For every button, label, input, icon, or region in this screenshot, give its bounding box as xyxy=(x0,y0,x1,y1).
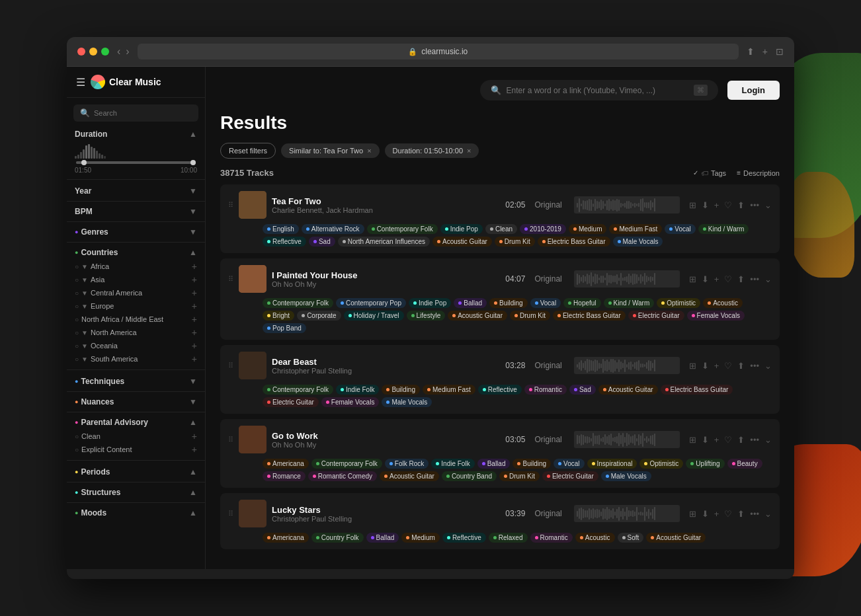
add-playlist-icon[interactable]: + xyxy=(714,435,719,445)
tag[interactable]: Folk Rock xyxy=(385,459,429,469)
main-search-input[interactable] xyxy=(507,86,688,95)
tag[interactable]: 2010-2019 xyxy=(520,224,566,234)
tag[interactable]: Bright xyxy=(263,311,294,321)
share-track-icon[interactable]: ⬆ xyxy=(737,435,745,445)
back-button[interactable]: ‹ xyxy=(117,46,120,58)
filter-chip-duration[interactable]: Duration: 01:50-10:00 × xyxy=(385,143,479,158)
expand-icon[interactable]: ⌄ xyxy=(764,509,772,519)
add-northamerica-btn[interactable]: + xyxy=(192,327,197,338)
download-icon[interactable]: ⬇ xyxy=(702,274,709,284)
drag-handle[interactable]: ⠿ xyxy=(228,436,233,444)
tag[interactable]: Ballad xyxy=(454,298,487,308)
tag[interactable]: Female Vocals xyxy=(321,397,380,407)
tag[interactable]: Electric Bass Guitar xyxy=(538,237,610,247)
forward-button[interactable]: › xyxy=(126,46,129,58)
more-options-icon[interactable]: ••• xyxy=(750,509,759,519)
filter-chip-similar[interactable]: Similar to: Tea For Two × xyxy=(281,143,380,158)
more-options-icon[interactable]: ••• xyxy=(750,274,759,284)
share-track-icon[interactable]: ⬆ xyxy=(737,509,745,519)
tag[interactable]: Female Vocals xyxy=(687,311,745,321)
waveform[interactable] xyxy=(574,431,680,448)
tag[interactable]: Medium Fast xyxy=(423,385,475,395)
tag[interactable]: Reflective xyxy=(263,237,306,247)
view-description-option[interactable]: ≡ Description xyxy=(737,169,780,177)
chip-close-duration[interactable]: × xyxy=(467,147,471,155)
tag[interactable]: Indie Folk xyxy=(336,385,379,395)
parental-explicit-label[interactable]: Explicit Content xyxy=(81,445,132,453)
tag[interactable]: Ballad xyxy=(366,533,399,543)
share-track-icon[interactable]: ⬆ xyxy=(737,274,745,284)
add-clean-btn[interactable]: + xyxy=(192,431,197,442)
traffic-light-yellow[interactable] xyxy=(89,48,97,56)
bpm-filter-header[interactable]: BPM ▼ xyxy=(75,207,197,216)
tag[interactable]: Male Vocals xyxy=(613,237,663,247)
tag[interactable]: Romantic xyxy=(530,533,573,543)
tag[interactable]: Beauty xyxy=(727,459,762,469)
tag[interactable]: Indie Pop xyxy=(409,298,451,308)
tag[interactable]: Contemporary Folk xyxy=(367,224,438,234)
add-playlist-icon[interactable]: + xyxy=(714,509,719,519)
share-icon[interactable]: ⬆ xyxy=(747,46,755,57)
tag[interactable]: Drum Kit xyxy=(495,237,535,247)
tag[interactable]: Inspirational xyxy=(587,459,637,469)
add-oceania-btn[interactable]: + xyxy=(192,340,197,351)
tag[interactable]: Sad xyxy=(309,237,335,247)
traffic-light-green[interactable] xyxy=(101,48,109,56)
tag[interactable]: Uplifting xyxy=(686,459,724,469)
nuances-filter-header[interactable]: ● Nuances ▼ xyxy=(75,397,197,406)
countries-filter-header[interactable]: ● Countries ▲ xyxy=(75,248,197,257)
download-icon[interactable]: ⬇ xyxy=(702,509,709,519)
tag[interactable]: Ballad xyxy=(477,459,511,469)
add-europe-btn[interactable]: + xyxy=(192,301,197,311)
tag[interactable]: Vocal xyxy=(530,298,561,308)
drag-handle[interactable]: ⠿ xyxy=(228,362,233,370)
tag[interactable]: Indie Pop xyxy=(440,224,483,234)
waveform[interactable] xyxy=(574,270,680,288)
expand-icon[interactable]: ⌄ xyxy=(764,361,772,371)
tag[interactable]: Country Band xyxy=(442,471,497,481)
url-bar[interactable]: clearmusic.io xyxy=(421,47,468,56)
like-icon[interactable]: ♡ xyxy=(724,509,732,519)
sidebar-toggle-icon[interactable]: ⊡ xyxy=(776,46,784,57)
tag[interactable]: Acoustic Guitar xyxy=(432,237,492,247)
moods-filter-header[interactable]: ● Moods ▲ xyxy=(75,508,197,518)
tag[interactable]: Romantic Comedy xyxy=(308,471,377,481)
tag[interactable]: Acoustic Guitar xyxy=(646,533,706,543)
share-track-icon[interactable]: ⬆ xyxy=(737,361,745,371)
tag[interactable]: Romance xyxy=(263,471,306,481)
duration-filter-header[interactable]: Duration ▲ xyxy=(75,130,197,139)
year-filter-header[interactable]: Year ▼ xyxy=(75,186,197,196)
tag[interactable]: Contemporary Folk xyxy=(263,385,333,395)
add-playlist-icon[interactable]: + xyxy=(714,361,719,371)
like-icon[interactable]: ♡ xyxy=(724,274,732,284)
drag-handle[interactable]: ⠿ xyxy=(228,275,233,284)
add-africa-btn[interactable]: + xyxy=(192,261,197,272)
tag[interactable]: Male Vocals xyxy=(382,397,432,407)
tag[interactable]: Medium xyxy=(401,533,440,543)
tag[interactable]: Reflective xyxy=(442,533,486,543)
tag[interactable]: Reflective xyxy=(478,385,522,395)
tag[interactable]: Drum Kit xyxy=(499,471,540,481)
tag[interactable]: Kind / Warm xyxy=(604,298,655,308)
menu-icon[interactable]: ☰ xyxy=(76,76,85,89)
waveform[interactable] xyxy=(574,505,680,522)
tag[interactable]: Corporate xyxy=(297,311,341,321)
tag[interactable]: Acoustic Guitar xyxy=(598,385,658,395)
stems-icon[interactable]: ⊞ xyxy=(689,435,696,445)
add-tab-icon[interactable]: + xyxy=(762,46,768,57)
genres-filter-header[interactable]: ● Genres ▼ xyxy=(75,227,197,237)
tag[interactable]: English xyxy=(263,224,299,234)
tag[interactable]: Acoustic xyxy=(575,533,615,543)
expand-icon[interactable]: ⌄ xyxy=(764,274,772,284)
tag[interactable]: Alternative Rock xyxy=(302,224,364,234)
reset-filters-button[interactable]: Reset filters xyxy=(220,143,276,159)
download-icon[interactable]: ⬇ xyxy=(702,361,709,371)
like-icon[interactable]: ♡ xyxy=(724,361,732,371)
tag[interactable]: Kind / Warm xyxy=(698,224,749,234)
tag[interactable]: Optimistic xyxy=(657,298,700,308)
tag[interactable]: Sad xyxy=(569,385,596,395)
tag[interactable]: Acoustic Guitar xyxy=(448,311,507,321)
login-button[interactable]: Login xyxy=(727,81,780,100)
tag[interactable]: Drum Kit xyxy=(510,311,550,321)
tag[interactable]: Male Vocals xyxy=(601,471,651,481)
